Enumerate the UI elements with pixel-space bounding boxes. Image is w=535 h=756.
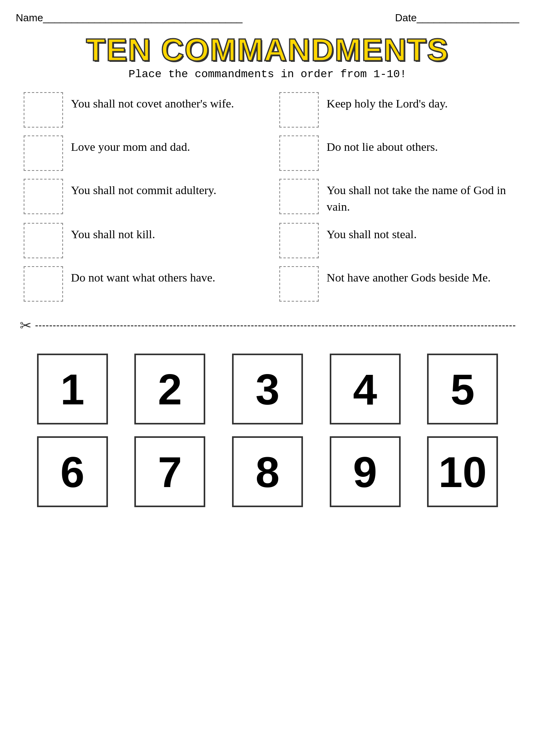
subtitle-text: Place the commandments in order from 1-1… xyxy=(16,68,519,80)
name-label: Name___________________________________ xyxy=(16,12,242,24)
number-card-4[interactable]: 4 xyxy=(330,354,401,424)
commandment-item-10: Not have another Gods beside Me. xyxy=(279,266,511,302)
cut-line: ✂ xyxy=(16,317,519,334)
commandment-text-3: Love your mom and dad. xyxy=(71,135,256,155)
number-card-2[interactable]: 2 xyxy=(134,354,205,424)
answer-box-1[interactable] xyxy=(24,92,63,128)
numbers-row-1: 1 2 3 4 5 xyxy=(24,354,511,424)
commandment-text-9: Do not want what others have. xyxy=(71,266,256,286)
commandment-item-4: Do not lie about others. xyxy=(279,135,511,171)
number-card-3[interactable]: 3 xyxy=(232,354,303,424)
answer-box-7[interactable] xyxy=(24,223,63,258)
header-row: Name___________________________________ … xyxy=(16,12,519,24)
commandment-item-2: Keep holy the Lord's day. xyxy=(279,92,511,128)
main-title: TEN COMMANDMENTS xyxy=(16,32,519,68)
commandment-text-10: Not have another Gods beside Me. xyxy=(327,266,511,286)
commandment-text-2: Keep holy the Lord's day. xyxy=(327,92,511,112)
number-card-9[interactable]: 9 xyxy=(330,436,401,507)
answer-box-9[interactable] xyxy=(24,266,63,302)
number-card-5[interactable]: 5 xyxy=(427,354,498,424)
answer-box-10[interactable] xyxy=(279,266,319,302)
commandment-text-6: You shall not take the name of God in va… xyxy=(327,179,511,215)
commandment-item-9: Do not want what others have. xyxy=(24,266,256,302)
number-card-8[interactable]: 8 xyxy=(232,436,303,507)
commandment-text-5: You shall not commit adultery. xyxy=(71,179,256,198)
commandments-grid: You shall not covet another's wife. Keep… xyxy=(16,92,519,302)
commandment-item-1: You shall not covet another's wife. xyxy=(24,92,256,128)
number-card-1[interactable]: 1 xyxy=(37,354,108,424)
answer-box-4[interactable] xyxy=(279,135,319,171)
commandment-text-8: You shall not steal. xyxy=(327,223,511,243)
commandment-item-8: You shall not steal. xyxy=(279,223,511,258)
commandment-text-7: You shall not kill. xyxy=(71,223,256,243)
number-card-10[interactable]: 10 xyxy=(427,436,498,507)
scissors-icon: ✂ xyxy=(20,317,32,334)
commandment-text-4: Do not lie about others. xyxy=(327,135,511,155)
commandment-item-3: Love your mom and dad. xyxy=(24,135,256,171)
answer-box-5[interactable] xyxy=(24,179,63,214)
cut-dashed-line xyxy=(35,325,515,326)
commandment-item-6: You shall not take the name of God in va… xyxy=(279,179,511,215)
commandment-text-1: You shall not covet another's wife. xyxy=(71,92,256,112)
answer-box-3[interactable] xyxy=(24,135,63,171)
numbers-section: 1 2 3 4 5 6 7 8 9 10 xyxy=(16,346,519,527)
answer-box-6[interactable] xyxy=(279,179,319,214)
number-card-6[interactable]: 6 xyxy=(37,436,108,507)
number-card-7[interactable]: 7 xyxy=(134,436,205,507)
commandment-item-7: You shall not kill. xyxy=(24,223,256,258)
title-text: TEN COMMANDMENTS xyxy=(86,32,449,68)
answer-box-8[interactable] xyxy=(279,223,319,258)
numbers-row-2: 6 7 8 9 10 xyxy=(24,436,511,507)
answer-box-2[interactable] xyxy=(279,92,319,128)
title-section: TEN COMMANDMENTS Place the commandments … xyxy=(16,32,519,80)
commandment-item-5: You shall not commit adultery. xyxy=(24,179,256,215)
date-label: Date__________________ xyxy=(395,12,519,24)
